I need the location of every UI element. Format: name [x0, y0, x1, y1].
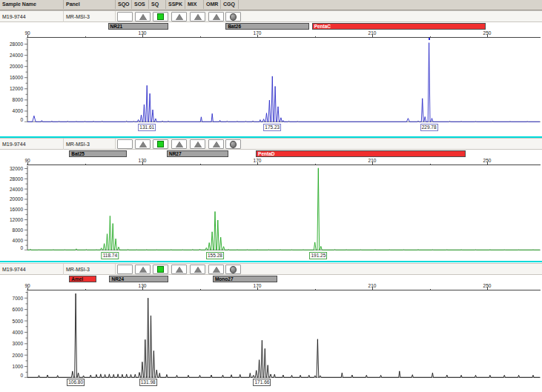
- column-header-sspk[interactable]: SSPK: [166, 0, 185, 9]
- peak-size-label[interactable]: 106.80: [67, 379, 85, 386]
- marker-bar-pentad: PentaD: [256, 150, 466, 157]
- flag-omr-box[interactable]: [208, 139, 224, 149]
- flag-sq-box[interactable]: [153, 265, 168, 274]
- table-header: Sample Name Panel SQO SOS SQ SSPK MIX OM…: [0, 0, 542, 10]
- svg-text:1000: 1000: [13, 364, 24, 369]
- svg-text:12000: 12000: [10, 86, 23, 91]
- column-header-sample-name[interactable]: Sample Name: [0, 0, 64, 9]
- flag-sos-box[interactable]: [135, 139, 151, 149]
- peak-size-label[interactable]: 191.25: [309, 252, 327, 259]
- electropherogram-green[interactable]: 400080001200016000200002400028000320000: [0, 166, 542, 250]
- flag-sqo-box[interactable]: [117, 265, 133, 274]
- x-axis-ruler: 90130170210250: [0, 158, 542, 165]
- flag-mix-box[interactable]: [190, 139, 205, 149]
- peak-size-label[interactable]: 175.23: [263, 124, 281, 131]
- x-axis-tick-label: 130: [139, 283, 147, 288]
- flag-omr-box[interactable]: [208, 265, 224, 274]
- peak-size-label[interactable]: 155.28: [206, 252, 224, 259]
- panel-name-cell: MR-MSI-3: [64, 139, 116, 150]
- svg-text:16000: 16000: [10, 207, 23, 212]
- axis-tick: [85, 164, 86, 166]
- svg-text:16000: 16000: [10, 75, 23, 80]
- svg-text:7000: 7000: [13, 296, 24, 301]
- column-header-omr[interactable]: OMR: [204, 0, 221, 9]
- flag-sos-box[interactable]: [135, 12, 151, 21]
- axis-tick: [430, 36, 431, 39]
- peak-size-label[interactable]: 229.78: [420, 124, 438, 131]
- electropherogram-black[interactable]: 10002000300040005000600070000: [0, 291, 542, 378]
- flag-sspk-box[interactable]: [171, 139, 187, 149]
- x-axis-tick-label: 90: [24, 283, 30, 288]
- x-axis-tick-label: 210: [369, 30, 377, 36]
- warning-triangle-icon: [213, 142, 220, 147]
- marker-bar-nr21: NR21: [108, 23, 168, 30]
- sample-row[interactable]: M19-9744 MR-MSI-3: [0, 10, 542, 22]
- peak-size-label[interactable]: 118.74: [102, 252, 119, 259]
- x-axis-tick-label: 250: [483, 283, 492, 288]
- panel-name-cell: MR-MSI-3: [64, 11, 116, 22]
- warning-triangle-icon: [213, 14, 220, 20]
- flag-sq-box[interactable]: [153, 139, 168, 149]
- axis-tick: [430, 164, 431, 166]
- axis-tick: [315, 164, 316, 166]
- electropherogram-blue[interactable]: 4000800012000160002000024000280000: [0, 39, 542, 122]
- marker-bar-nr24: NR24: [109, 276, 168, 282]
- column-header-cgq[interactable]: CGQ: [221, 0, 239, 9]
- column-header-sqo[interactable]: SQO: [116, 0, 132, 9]
- column-header-sos[interactable]: SOS: [132, 0, 149, 9]
- column-header-mix[interactable]: MIX: [185, 0, 204, 9]
- sample-name-cell: M19-9744: [0, 139, 64, 150]
- svg-text:32000: 32000: [10, 166, 23, 171]
- fragment-analysis-window: Sample Name Panel SQO SOS SQ SSPK MIX OM…: [0, 0, 542, 392]
- pass-square-icon: [157, 141, 164, 147]
- flag-sspk-box[interactable]: [171, 12, 187, 21]
- flag-sspk-box[interactable]: [171, 265, 187, 274]
- svg-text:0: 0: [20, 373, 23, 378]
- peak-label-row: 106.80131.98171.66: [0, 379, 542, 388]
- flag-cgq-box[interactable]: [225, 139, 241, 149]
- quality-circle-icon: [230, 266, 237, 273]
- warning-triangle-icon: [194, 142, 202, 147]
- flag-omr-box[interactable]: [208, 12, 224, 21]
- warning-triangle-icon: [176, 142, 183, 147]
- warning-triangle-icon: [139, 142, 147, 147]
- peak-size-label[interactable]: 131.61: [138, 124, 156, 131]
- svg-text:0: 0: [20, 117, 23, 122]
- sample-row[interactable]: M19-9744 MR-MSI-3: [0, 263, 542, 275]
- marker-bar-bat26: Bat26: [225, 23, 308, 30]
- marker-strip: AmelNR24Mono27: [0, 276, 542, 283]
- panel-separator: [0, 261, 542, 262]
- flag-mix-box[interactable]: [190, 265, 205, 274]
- peak-size-label[interactable]: 131.98: [139, 379, 157, 386]
- flag-mix-box[interactable]: [190, 12, 205, 21]
- trace-polyline: [27, 293, 540, 377]
- pass-square-icon: [157, 266, 164, 273]
- svg-text:3000: 3000: [13, 341, 24, 346]
- pass-square-icon: [157, 13, 164, 20]
- flag-sos-box[interactable]: [135, 265, 151, 274]
- svg-text:12000: 12000: [10, 217, 23, 222]
- ruler-line: [27, 37, 541, 38]
- ruler-line: [27, 165, 541, 165]
- svg-text:28000: 28000: [10, 176, 23, 182]
- column-header-panel[interactable]: Panel: [64, 0, 116, 9]
- x-axis-tick-label: 90: [24, 158, 30, 163]
- peak-label-row: 118.74155.28191.25: [0, 252, 542, 261]
- x-axis-tick-label: 90: [24, 30, 30, 36]
- x-axis-tick-label: 130: [139, 158, 147, 163]
- flag-sq-box[interactable]: [153, 12, 168, 21]
- peak-size-label[interactable]: 171.66: [253, 379, 271, 386]
- flag-cgq-box[interactable]: [225, 265, 241, 274]
- flag-cgq-box[interactable]: [225, 12, 241, 21]
- flag-sqo-box[interactable]: [117, 139, 133, 149]
- flag-sqo-box[interactable]: [117, 12, 133, 21]
- svg-text:24000: 24000: [10, 187, 23, 192]
- trace-polyline: [27, 43, 540, 122]
- svg-text:4000: 4000: [13, 238, 24, 243]
- column-header-sq[interactable]: SQ: [149, 0, 166, 9]
- warning-triangle-icon: [194, 14, 202, 20]
- svg-text:28000: 28000: [10, 41, 23, 47]
- sample-row[interactable]: M19-9744 MR-MSI-3: [0, 138, 542, 150]
- axis-tick: [200, 36, 201, 39]
- x-axis-tick-label: 210: [369, 158, 377, 163]
